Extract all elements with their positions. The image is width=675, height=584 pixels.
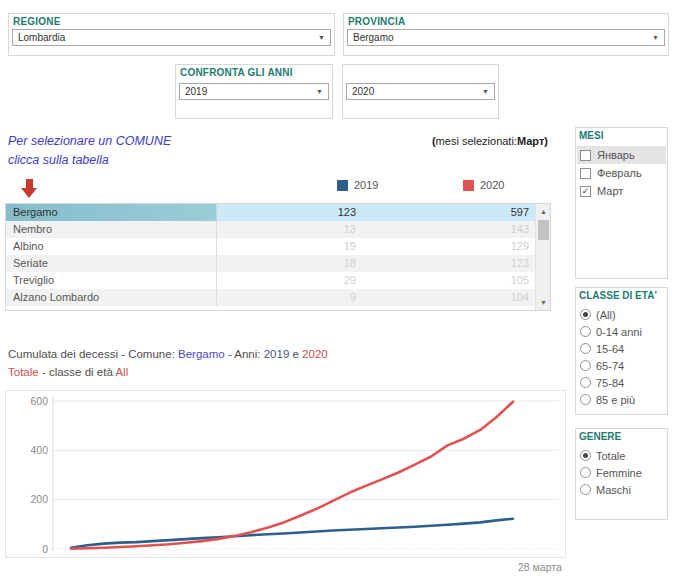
- chart-title-line1: Cumulata dei decessi - Comune: Bergamo -…: [8, 346, 328, 364]
- table-scrollbar[interactable]: ▲ ▼: [535, 204, 550, 310]
- radio-label: 75-84: [596, 377, 624, 389]
- radio-icon[interactable]: [580, 326, 591, 337]
- genere-items: TotaleFemmineMaschi: [577, 447, 666, 498]
- instruction-text: Per selezionare un COMUNE clicca sulla t…: [8, 132, 171, 170]
- radio-icon[interactable]: [580, 360, 591, 371]
- chevron-down-icon: ▼: [316, 88, 323, 95]
- comune-cell[interactable]: Alzano Lombardo: [6, 289, 217, 306]
- provincia-filter-panel: PROVINCIA Bergamo ▼: [343, 13, 669, 56]
- title-segment: - Anni:: [225, 348, 264, 360]
- radio-label: 15-64: [596, 343, 624, 355]
- y-tick-label: 400: [30, 444, 48, 456]
- table-row-albino[interactable]: Albino19129: [6, 238, 535, 255]
- value-2020-cell: 143: [356, 221, 529, 238]
- confronta-label: CONFRONTA GLI ANNI: [180, 67, 293, 78]
- chart-title-line2: Totale - classe di età All: [8, 364, 328, 382]
- value-2020-cell: 105: [356, 272, 529, 289]
- radio-icon[interactable]: [580, 309, 591, 320]
- eta-85-e-pi-[interactable]: 85 e più: [577, 391, 666, 408]
- radio-label: 85 e più: [596, 394, 635, 406]
- scroll-up-icon[interactable]: ▲: [536, 205, 551, 218]
- value-2019-cell: 19: [217, 238, 356, 255]
- anno1-select[interactable]: 2019 ▼: [179, 83, 329, 100]
- provincia-select[interactable]: Bergamo ▼: [347, 29, 665, 46]
- legend-2020[interactable]: 2020: [463, 179, 504, 191]
- mese-февраль[interactable]: Февраль: [577, 164, 666, 182]
- comune-cell[interactable]: Seriate: [6, 255, 217, 272]
- table-row-nembro[interactable]: Nembro13143: [6, 221, 535, 238]
- red-down-arrow-icon: [21, 179, 38, 198]
- classe-eta-label: CLASSE DI ETA': [579, 290, 657, 301]
- anno2-filter-panel: 2020 ▼: [342, 64, 499, 119]
- radio-icon[interactable]: [580, 467, 591, 478]
- mese-январь[interactable]: Январь: [577, 146, 666, 164]
- eta-15-64[interactable]: 15-64: [577, 340, 666, 357]
- anno1-value: 2019: [185, 86, 207, 97]
- value-cells: 9104: [217, 289, 535, 306]
- table-row-alzano-lombardo[interactable]: Alzano Lombardo9104: [6, 289, 535, 306]
- chevron-down-icon: ▼: [482, 88, 489, 95]
- mesi-items: ЯнварьФевраль✓Март: [577, 146, 666, 200]
- regione-select[interactable]: Lombardia ▼: [12, 29, 331, 46]
- legend-swatch-2020: [463, 180, 474, 191]
- genere-totale[interactable]: Totale: [577, 447, 666, 464]
- genere-femmine[interactable]: Femmine: [577, 464, 666, 481]
- y-tick-label: 0: [42, 543, 48, 555]
- eta-0-14-anni[interactable]: 0-14 anni: [577, 323, 666, 340]
- y-tick-label: 200: [30, 493, 48, 505]
- radio-label: (All): [596, 309, 616, 321]
- table-row-bergamo[interactable]: Bergamo123597: [6, 204, 535, 221]
- radio-label: 65-74: [596, 360, 624, 372]
- table-row-treviglio[interactable]: Treviglio29105: [6, 272, 535, 289]
- scroll-down-icon[interactable]: ▼: [536, 296, 551, 309]
- radio-icon[interactable]: [580, 484, 591, 495]
- genere-label: GENERE: [579, 431, 621, 442]
- value-2019-cell: 13: [217, 221, 356, 238]
- radio-icon[interactable]: [580, 377, 591, 388]
- radio-label: Femmine: [596, 467, 642, 479]
- radio-icon[interactable]: [580, 343, 591, 354]
- eta--all-[interactable]: (All): [577, 306, 666, 323]
- series-line-2020: [71, 402, 513, 549]
- checkbox-icon[interactable]: [580, 150, 591, 161]
- months-note-value: Март: [517, 135, 544, 147]
- genere-panel: GENERE TotaleFemmineMaschi: [575, 428, 668, 520]
- chevron-down-icon: ▼: [652, 34, 659, 41]
- radio-icon[interactable]: [580, 450, 591, 461]
- legend-2019[interactable]: 2019: [337, 179, 378, 191]
- anno2-select[interactable]: 2020 ▼: [346, 83, 495, 100]
- radio-icon[interactable]: [580, 394, 591, 405]
- comune-cell[interactable]: Bergamo: [6, 204, 217, 221]
- mesi-panel: MESI ЯнварьФевраль✓Март: [575, 127, 668, 279]
- cumulative-deaths-chart: 0200400600: [5, 390, 566, 558]
- comune-cell[interactable]: Albino: [6, 238, 217, 255]
- radio-label: Totale: [596, 450, 625, 462]
- value-2020-cell: 597: [356, 204, 529, 221]
- paren-close: ): [544, 135, 548, 147]
- regione-filter-panel: REGIONE Lombardia ▼: [8, 13, 335, 56]
- checkbox-icon[interactable]: ✓: [580, 186, 591, 197]
- table-row-seriate[interactable]: Seriate18123: [6, 255, 535, 272]
- eta-65-74[interactable]: 65-74: [577, 357, 666, 374]
- comune-table: Bergamo123597Nembro13143Albino19129Seria…: [5, 203, 551, 311]
- value-cells: 13143: [217, 221, 535, 238]
- comune-cell[interactable]: Nembro: [6, 221, 217, 238]
- title-segment: - classe di età: [39, 366, 116, 378]
- mesi-label: MESI: [579, 130, 603, 141]
- value-2019-cell: 9: [217, 289, 356, 306]
- provincia-label: PROVINCIA: [348, 16, 405, 27]
- checkbox-icon[interactable]: [580, 168, 591, 179]
- value-cells: 29105: [217, 272, 535, 289]
- value-2019-cell: 29: [217, 272, 356, 289]
- scrollbar-thumb[interactable]: [538, 220, 549, 240]
- selected-months-note: (mesi selezionati:Март): [432, 135, 548, 147]
- mese-март[interactable]: ✓Март: [577, 182, 666, 200]
- provincia-value: Bergamo: [353, 32, 394, 43]
- genere-maschi[interactable]: Maschi: [577, 481, 666, 498]
- anno1-filter-panel: CONFRONTA GLI ANNI 2019 ▼: [175, 64, 333, 119]
- checkbox-label: Февраль: [597, 167, 642, 179]
- legend-label-2019: 2019: [354, 179, 378, 191]
- x-axis-end-label: 28 марта: [518, 561, 562, 573]
- eta-75-84[interactable]: 75-84: [577, 374, 666, 391]
- comune-cell[interactable]: Treviglio: [6, 272, 217, 289]
